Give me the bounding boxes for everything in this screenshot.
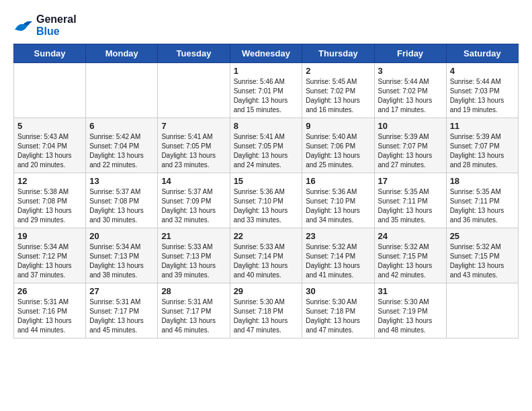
calendar-cell: 29 Sunrise: 5:30 AMSunset: 7:18 PMDaylig… xyxy=(230,283,302,338)
day-number: 9 xyxy=(306,121,370,131)
calendar-cell: 6 Sunrise: 5:42 AMSunset: 7:04 PMDayligh… xyxy=(86,118,158,173)
calendar-week-row: 12 Sunrise: 5:38 AMSunset: 7:08 PMDaylig… xyxy=(14,173,519,228)
day-info: Sunrise: 5:34 AMSunset: 7:13 PMDaylight:… xyxy=(89,243,144,279)
calendar-header-row: SundayMondayTuesdayWednesdayThursdayFrid… xyxy=(14,44,519,63)
day-info: Sunrise: 5:43 AMSunset: 7:04 PMDaylight:… xyxy=(17,133,72,169)
day-info: Sunrise: 5:30 AMSunset: 7:18 PMDaylight:… xyxy=(234,298,288,334)
calendar-cell: 4 Sunrise: 5:44 AMSunset: 7:03 PMDayligh… xyxy=(446,63,518,118)
calendar-cell: 30 Sunrise: 5:30 AMSunset: 7:18 PMDaylig… xyxy=(302,283,374,338)
day-info: Sunrise: 5:31 AMSunset: 7:17 PMDaylight:… xyxy=(161,298,216,334)
day-number: 30 xyxy=(306,286,370,296)
weekday-header: Sunday xyxy=(14,44,86,63)
logo-line2: Blue xyxy=(36,26,77,38)
calendar-cell xyxy=(446,283,518,338)
calendar-cell: 11 Sunrise: 5:39 AMSunset: 7:07 PMDaylig… xyxy=(446,118,518,173)
calendar-cell: 19 Sunrise: 5:34 AMSunset: 7:12 PMDaylig… xyxy=(14,228,86,283)
page-header: General Blue xyxy=(13,13,519,37)
day-number: 10 xyxy=(378,121,443,131)
calendar-cell: 12 Sunrise: 5:38 AMSunset: 7:08 PMDaylig… xyxy=(14,173,86,228)
day-number: 26 xyxy=(17,286,82,296)
day-number: 18 xyxy=(450,176,515,186)
calendar-cell: 23 Sunrise: 5:32 AMSunset: 7:14 PMDaylig… xyxy=(302,228,374,283)
calendar-cell: 22 Sunrise: 5:33 AMSunset: 7:14 PMDaylig… xyxy=(230,228,302,283)
day-info: Sunrise: 5:35 AMSunset: 7:11 PMDaylight:… xyxy=(378,188,433,224)
day-number: 12 xyxy=(17,176,82,186)
day-number: 22 xyxy=(234,231,299,241)
day-number: 8 xyxy=(234,121,299,131)
day-info: Sunrise: 5:31 AMSunset: 7:16 PMDaylight:… xyxy=(17,298,72,334)
day-number: 1 xyxy=(234,66,299,76)
day-number: 21 xyxy=(161,231,226,241)
weekday-header: Friday xyxy=(374,44,446,63)
day-number: 16 xyxy=(306,176,370,186)
calendar-cell xyxy=(14,63,86,118)
day-number: 2 xyxy=(306,66,370,76)
calendar-cell: 2 Sunrise: 5:45 AMSunset: 7:02 PMDayligh… xyxy=(302,63,374,118)
calendar-week-row: 1 Sunrise: 5:46 AMSunset: 7:01 PMDayligh… xyxy=(14,63,519,118)
day-number: 25 xyxy=(450,231,515,241)
day-number: 19 xyxy=(17,231,82,241)
day-number: 27 xyxy=(89,286,154,296)
day-number: 31 xyxy=(378,286,443,296)
day-number: 14 xyxy=(161,176,226,186)
day-info: Sunrise: 5:33 AMSunset: 7:14 PMDaylight:… xyxy=(234,243,288,279)
day-info: Sunrise: 5:44 AMSunset: 7:02 PMDaylight:… xyxy=(378,78,433,113)
logo-icon xyxy=(13,17,34,34)
day-info: Sunrise: 5:33 AMSunset: 7:13 PMDaylight:… xyxy=(161,243,216,279)
weekday-header: Monday xyxy=(86,44,158,63)
day-number: 6 xyxy=(89,121,154,131)
calendar-cell: 31 Sunrise: 5:30 AMSunset: 7:19 PMDaylig… xyxy=(374,283,446,338)
day-info: Sunrise: 5:41 AMSunset: 7:05 PMDaylight:… xyxy=(161,133,216,169)
day-info: Sunrise: 5:36 AMSunset: 7:10 PMDaylight:… xyxy=(234,188,288,224)
day-info: Sunrise: 5:40 AMSunset: 7:06 PMDaylight:… xyxy=(306,133,360,169)
day-info: Sunrise: 5:46 AMSunset: 7:01 PMDaylight:… xyxy=(234,78,288,113)
calendar-cell: 17 Sunrise: 5:35 AMSunset: 7:11 PMDaylig… xyxy=(374,173,446,228)
calendar-cell: 26 Sunrise: 5:31 AMSunset: 7:16 PMDaylig… xyxy=(14,283,86,338)
day-number: 11 xyxy=(450,121,515,131)
day-info: Sunrise: 5:31 AMSunset: 7:17 PMDaylight:… xyxy=(89,298,144,334)
day-number: 3 xyxy=(378,66,443,76)
day-info: Sunrise: 5:30 AMSunset: 7:19 PMDaylight:… xyxy=(378,298,433,334)
calendar-cell: 13 Sunrise: 5:37 AMSunset: 7:08 PMDaylig… xyxy=(86,173,158,228)
calendar-week-row: 19 Sunrise: 5:34 AMSunset: 7:12 PMDaylig… xyxy=(14,228,519,283)
calendar-cell: 25 Sunrise: 5:32 AMSunset: 7:15 PMDaylig… xyxy=(446,228,518,283)
logo-line1: General xyxy=(36,13,77,26)
day-number: 5 xyxy=(17,121,82,131)
day-number: 17 xyxy=(378,176,443,186)
day-number: 23 xyxy=(306,231,370,241)
calendar-cell xyxy=(86,63,158,118)
day-info: Sunrise: 5:42 AMSunset: 7:04 PMDaylight:… xyxy=(89,133,144,169)
calendar-cell: 21 Sunrise: 5:33 AMSunset: 7:13 PMDaylig… xyxy=(158,228,230,283)
calendar-cell: 7 Sunrise: 5:41 AMSunset: 7:05 PMDayligh… xyxy=(158,118,230,173)
day-info: Sunrise: 5:30 AMSunset: 7:18 PMDaylight:… xyxy=(306,298,360,334)
calendar-cell: 24 Sunrise: 5:32 AMSunset: 7:15 PMDaylig… xyxy=(374,228,446,283)
calendar-table: SundayMondayTuesdayWednesdayThursdayFrid… xyxy=(13,44,519,338)
calendar-cell: 3 Sunrise: 5:44 AMSunset: 7:02 PMDayligh… xyxy=(374,63,446,118)
day-info: Sunrise: 5:32 AMSunset: 7:14 PMDaylight:… xyxy=(306,243,360,279)
calendar-cell: 1 Sunrise: 5:46 AMSunset: 7:01 PMDayligh… xyxy=(230,63,302,118)
day-info: Sunrise: 5:37 AMSunset: 7:09 PMDaylight:… xyxy=(161,188,216,224)
calendar-cell: 14 Sunrise: 5:37 AMSunset: 7:09 PMDaylig… xyxy=(158,173,230,228)
day-info: Sunrise: 5:35 AMSunset: 7:11 PMDaylight:… xyxy=(450,188,504,224)
day-info: Sunrise: 5:34 AMSunset: 7:12 PMDaylight:… xyxy=(17,243,72,279)
day-info: Sunrise: 5:32 AMSunset: 7:15 PMDaylight:… xyxy=(378,243,433,279)
logo: General Blue xyxy=(13,13,77,37)
day-info: Sunrise: 5:39 AMSunset: 7:07 PMDaylight:… xyxy=(378,133,433,169)
day-info: Sunrise: 5:45 AMSunset: 7:02 PMDaylight:… xyxy=(306,78,360,113)
calendar-week-row: 26 Sunrise: 5:31 AMSunset: 7:16 PMDaylig… xyxy=(14,283,519,338)
day-info: Sunrise: 5:38 AMSunset: 7:08 PMDaylight:… xyxy=(17,188,72,224)
calendar-cell: 20 Sunrise: 5:34 AMSunset: 7:13 PMDaylig… xyxy=(86,228,158,283)
day-number: 29 xyxy=(234,286,299,296)
day-number: 4 xyxy=(450,66,515,76)
calendar-cell: 8 Sunrise: 5:41 AMSunset: 7:05 PMDayligh… xyxy=(230,118,302,173)
day-info: Sunrise: 5:41 AMSunset: 7:05 PMDaylight:… xyxy=(234,133,288,169)
calendar-cell: 28 Sunrise: 5:31 AMSunset: 7:17 PMDaylig… xyxy=(158,283,230,338)
calendar-week-row: 5 Sunrise: 5:43 AMSunset: 7:04 PMDayligh… xyxy=(14,118,519,173)
day-info: Sunrise: 5:36 AMSunset: 7:10 PMDaylight:… xyxy=(306,188,360,224)
calendar-cell: 15 Sunrise: 5:36 AMSunset: 7:10 PMDaylig… xyxy=(230,173,302,228)
day-number: 15 xyxy=(234,176,299,186)
day-info: Sunrise: 5:37 AMSunset: 7:08 PMDaylight:… xyxy=(89,188,144,224)
calendar-cell: 9 Sunrise: 5:40 AMSunset: 7:06 PMDayligh… xyxy=(302,118,374,173)
day-number: 28 xyxy=(161,286,226,296)
day-info: Sunrise: 5:39 AMSunset: 7:07 PMDaylight:… xyxy=(450,133,504,169)
